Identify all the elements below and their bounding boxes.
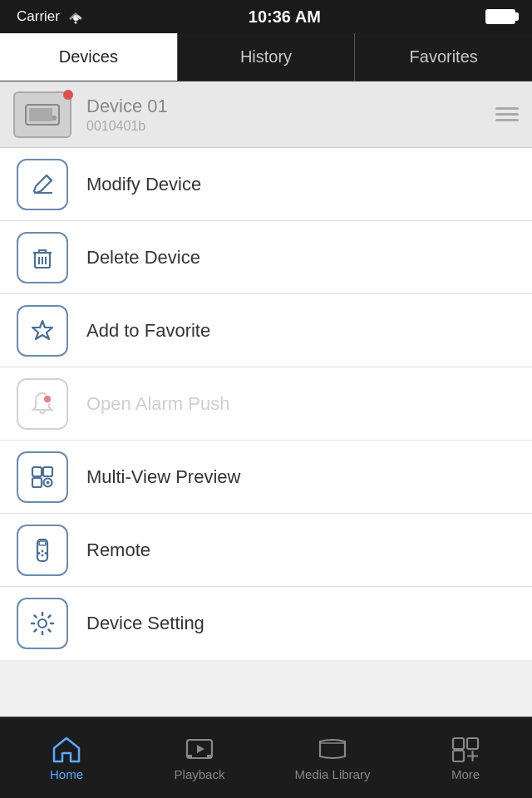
tab-devices[interactable]: Devices <box>0 33 178 81</box>
nav-item-more[interactable]: More <box>399 717 532 798</box>
modify-label: Modify Device <box>86 174 201 195</box>
action-menu: Modify Device Delete Device Add to Favor… <box>0 148 532 660</box>
menu-item-multiview[interactable]: Multi-View Preview <box>0 441 532 514</box>
edit-icon <box>17 159 68 210</box>
svg-point-3 <box>52 116 57 121</box>
status-time: 10:36 AM <box>249 7 321 27</box>
svg-rect-16 <box>39 541 46 545</box>
delete-label: Delete Device <box>86 247 200 268</box>
multiview-icon <box>17 451 68 503</box>
top-tab-bar: Devices History Favorites <box>0 33 532 81</box>
battery-icon <box>485 9 515 24</box>
menu-item-modify[interactable]: Modify Device <box>0 148 532 221</box>
svg-point-0 <box>74 21 76 23</box>
menu-item-remote[interactable]: Remote <box>0 514 532 587</box>
menu-item-favorite[interactable]: Add to Favorite <box>0 294 532 367</box>
svg-point-19 <box>38 552 41 554</box>
menu-item-alarm[interactable]: Open Alarm Push <box>0 367 532 441</box>
svg-rect-12 <box>32 478 42 487</box>
remote-label: Remote <box>86 539 150 561</box>
setting-label: Device Setting <box>86 613 204 634</box>
remote-icon <box>17 525 68 576</box>
multiview-label: Multi-View Preview <box>86 466 240 488</box>
trash-icon <box>17 232 68 283</box>
status-bar: Carrier 10:36 AM <box>0 0 532 33</box>
playback-label: Playback <box>175 767 225 781</box>
svg-rect-23 <box>453 738 464 749</box>
star-icon <box>17 305 68 357</box>
nav-item-playback[interactable]: Playback <box>133 717 266 798</box>
carrier-text: Carrier <box>17 8 84 25</box>
svg-point-21 <box>38 619 47 628</box>
svg-rect-2 <box>29 108 52 121</box>
svg-rect-24 <box>467 738 478 749</box>
bottom-nav-bar: Home Playback Media Library More <box>0 717 532 798</box>
menu-item-delete[interactable]: Delete Device <box>0 221 532 294</box>
device-menu-handle[interactable] <box>495 107 519 121</box>
device-info: Device 01 0010401b <box>86 96 487 134</box>
svg-marker-8 <box>32 321 52 339</box>
device-thumbnail <box>13 91 71 138</box>
svg-rect-25 <box>453 751 464 761</box>
device-name: Device 01 <box>86 96 487 117</box>
nav-item-medialibrary[interactable]: Media Library <box>266 717 399 798</box>
svg-rect-11 <box>43 467 52 476</box>
svg-point-14 <box>47 480 50 484</box>
svg-point-17 <box>42 549 44 552</box>
device-id: 0010401b <box>86 119 487 134</box>
svg-point-18 <box>42 554 44 556</box>
alarm-label: Open Alarm Push <box>86 393 229 415</box>
device-status-dot <box>63 90 73 100</box>
favorite-label: Add to Favorite <box>86 320 210 342</box>
medialibrary-label: Media Library <box>295 767 371 781</box>
nav-item-home[interactable]: Home <box>0 717 133 798</box>
svg-point-9 <box>43 395 52 403</box>
device-row[interactable]: Device 01 0010401b <box>0 81 532 148</box>
home-label: Home <box>50 767 83 781</box>
tab-favorites[interactable]: Favorites <box>355 33 532 81</box>
tab-history[interactable]: History <box>178 33 356 81</box>
svg-rect-10 <box>32 467 42 476</box>
bell-icon <box>17 378 68 430</box>
more-label: More <box>451 767 480 781</box>
gear-icon <box>17 598 68 649</box>
menu-item-setting[interactable]: Device Setting <box>0 587 532 660</box>
svg-point-20 <box>45 552 47 554</box>
